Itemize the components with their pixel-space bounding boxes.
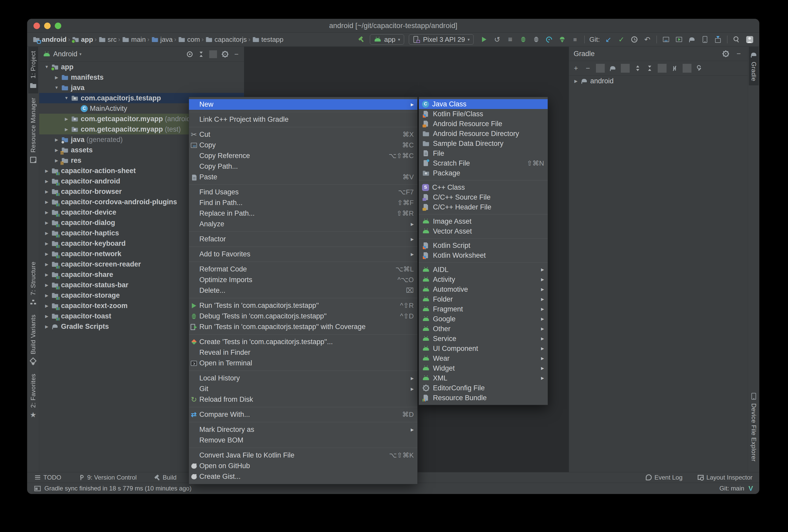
submenu-item[interactable]: C/C++ Source File [419,192,548,202]
submenu-item[interactable]: Vector Asset [419,226,548,236]
submenu-item[interactable]: Resource Bundle [419,393,548,403]
twisty-icon[interactable]: ▶ [52,75,61,80]
twisty-icon[interactable]: ▶ [42,189,51,194]
rollback-button[interactable]: ↶ [643,34,652,45]
toolbar-button[interactable] [656,36,657,43]
submenu-item[interactable]: Google ▶ [419,314,548,324]
submenu-item[interactable]: Scratch File ⇧⌘N [419,158,548,168]
menu-item[interactable]: Convert Java File to Kotlin File ⌥⇧⌘K [189,450,417,461]
menu-item[interactable]: Run 'Tests in 'com.capacitorjs.testapp''… [189,321,417,332]
menu-item[interactable]: Copy Path... [189,161,417,172]
twisty-icon[interactable]: ▶ [62,127,71,132]
submenu-item[interactable]: S C++ Class [419,182,548,192]
run-button[interactable] [480,34,489,45]
breadcrumb-item[interactable]: › [118,36,121,43]
offline-mode-button[interactable] [670,64,679,73]
gradle-tree-android[interactable]: ▶ android [569,76,748,86]
breadcrumb-main[interactable]: main [122,36,145,44]
submenu-item[interactable]: Package [419,168,548,178]
twisty-icon[interactable]: ▶ [42,324,51,329]
gradle-options-button[interactable] [721,48,730,59]
breadcrumb-capacitorjs[interactable]: capacitorjs [205,36,247,44]
expand-all-button[interactable] [633,64,642,73]
submenu-item[interactable]: Service ▶ [419,334,548,343]
menu-item[interactable]: ⇄ Compare With... ⌘D [189,409,417,420]
submenu-item[interactable]: Automotive ▶ [419,284,548,294]
twisty-icon[interactable]: ▶ [42,220,51,225]
breadcrumb-item[interactable]: › [67,36,71,43]
gradle-toolbar-button[interactable] [683,64,691,73]
run-anything-button[interactable] [674,34,684,45]
menu-item[interactable]: Reformat Code ⌥⌘L [189,264,417,275]
twisty-icon[interactable]: ▶ [42,200,51,204]
todo-button[interactable]: TODO [34,474,61,481]
twisty-icon[interactable]: ▶ [42,210,51,215]
twisty-icon[interactable]: ▶ [42,293,51,298]
menu-item[interactable]: Reveal in Finder [189,347,417,358]
menu-item[interactable]: Find in Path... ⇧⌘F [189,197,417,208]
menu-item[interactable]: Analyze ▶ [189,219,417,230]
submenu-item[interactable]: Wear ▶ [419,353,548,363]
submenu-item[interactable]: Widget ▶ [419,363,548,373]
tool-tab-resource-manager[interactable]: Resource Manager [28,94,38,168]
build-hammer-icon[interactable] [357,36,365,43]
tree-row-app[interactable]: ▼ app [39,62,244,72]
rerun-button[interactable]: ↺ [493,34,502,45]
twisty-icon[interactable]: ▶ [42,169,51,173]
breadcrumb-java[interactable]: java [151,36,173,44]
submenu-item[interactable]: Fragment ▶ [419,304,548,314]
twisty-icon[interactable]: ▶ [42,303,51,308]
menu-item[interactable]: Git ▶ [189,383,417,394]
twisty-icon[interactable]: ▼ [52,85,61,90]
gradle-toolbar-button[interactable] [596,64,605,73]
breadcrumb-android[interactable]: android [33,36,66,44]
profile-avatar[interactable] [745,34,754,45]
layout-inspector-button[interactable]: Layout Inspector [697,474,752,481]
menu-item[interactable]: ✂ Cut ⌘X [189,129,417,140]
submenu-item-java-class[interactable]: C Java Class [419,99,548,109]
remove-gradle-project-button[interactable]: − [584,64,592,73]
twisty-icon[interactable]: ▶ [42,231,51,236]
menu-item[interactable]: Debug 'Tests in 'com.capacitorjs.testapp… [189,311,417,321]
locate-file-button[interactable] [186,50,194,58]
collapse-all-button[interactable] [645,64,654,73]
menu-item[interactable]: Remove BOM [189,435,417,446]
history-button[interactable] [630,34,639,45]
submenu-item[interactable]: Folder ▶ [419,294,548,304]
twisty-icon[interactable]: ▼ [42,65,51,69]
stop-button[interactable]: ■ [571,34,579,45]
hide-panel-button[interactable]: − [233,50,240,58]
menu-item[interactable]: Mark Directory as ▶ [189,424,417,435]
menu-item[interactable]: Open on GitHub [189,461,417,471]
menu-item-new[interactable]: New ▶ [189,99,417,110]
ideavim-icon[interactable]: V [749,485,753,493]
build-button[interactable]: Build [153,474,177,481]
build-variants-button[interactable] [662,34,670,45]
submenu-item[interactable]: Kotlin File/Class [419,109,548,119]
breadcrumb-item[interactable]: › [174,36,177,43]
submenu-item[interactable]: EditorConfig File [419,383,548,393]
apply-changes-button[interactable] [558,34,567,45]
submenu-item[interactable]: C/C++ Header File [419,202,548,212]
twisty-icon[interactable]: ▶ [52,158,61,163]
commit-button[interactable]: ✓ [617,34,626,45]
hide-gradle-panel-button[interactable]: − [734,48,743,59]
menu-item[interactable]: Find Usages ⌥F7 [189,187,417,197]
device-manager-button[interactable] [701,34,709,45]
run-config-select[interactable]: app ▾ [370,34,404,45]
menu-item[interactable]: Local History ▶ [189,373,417,383]
breadcrumb-item[interactable]: › [94,36,97,43]
gradle-toolbar-button[interactable] [658,64,667,73]
add-gradle-project-button[interactable]: + [572,64,580,73]
twisty-icon[interactable]: ▶ [62,117,71,121]
menu-item[interactable]: Open in Terminal [189,358,417,369]
toolbar-button[interactable] [584,36,585,43]
tool-tab-project[interactable]: 1: Project [28,47,38,94]
menu-item[interactable]: Add to Favorites ▶ [189,249,417,259]
twisty-icon[interactable]: ▶ [42,262,51,267]
twisty-icon[interactable]: ▶ [42,241,51,246]
run-configurations-button[interactable]: ≡ [506,34,515,45]
twisty-icon[interactable]: ▼ [62,96,71,100]
menu-item[interactable]: Copy Reference ⌥⇧⌘C [189,151,417,161]
toolbar-button[interactable] [727,36,728,43]
